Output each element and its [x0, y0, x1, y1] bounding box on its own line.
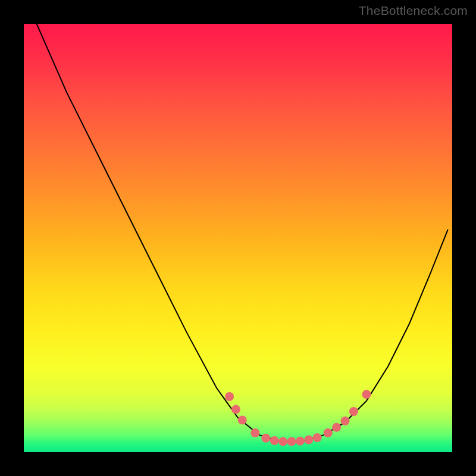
curve-marker: [250, 428, 259, 437]
bottleneck-curve: [37, 24, 448, 441]
plot-area: [24, 24, 452, 452]
curve-marker: [324, 428, 333, 437]
curve-marker: [313, 433, 322, 442]
watermark-text: TheBottleneck.com: [359, 4, 468, 18]
curve-layer: [24, 24, 452, 452]
curve-marker: [362, 390, 371, 399]
curve-marker: [261, 434, 270, 443]
curve-marker: [341, 416, 350, 425]
curve-marker: [270, 436, 279, 445]
chart-stage: TheBottleneck.com: [0, 0, 476, 476]
curve-marker: [278, 437, 287, 446]
curve-marker: [349, 407, 358, 416]
curve-marker: [287, 437, 296, 446]
curve-marker: [304, 436, 313, 444]
curve-marker: [238, 416, 247, 425]
curve-marker: [231, 405, 240, 414]
curve-marker: [296, 437, 305, 446]
curve-marker: [225, 392, 234, 401]
curve-marker: [332, 423, 341, 432]
